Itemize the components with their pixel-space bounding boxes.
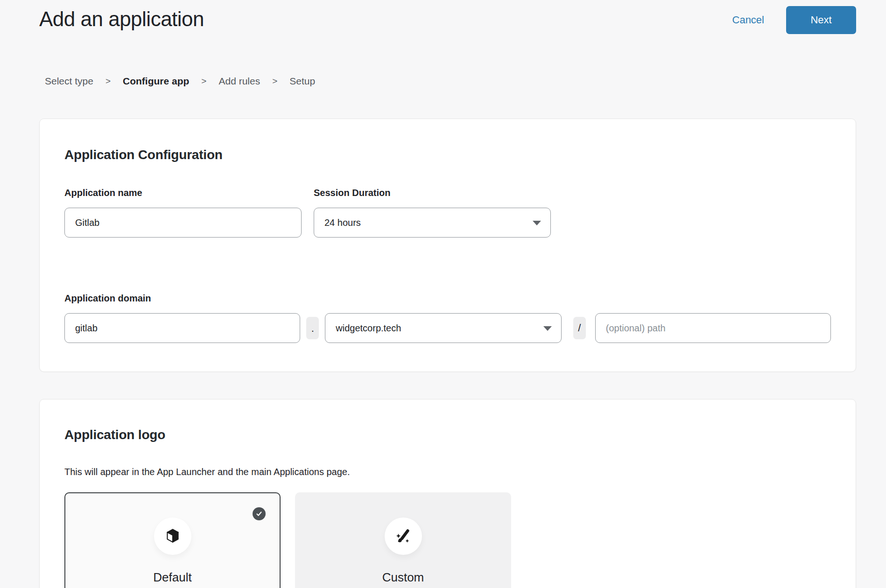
subdomain-input[interactable] xyxy=(64,313,300,343)
breadcrumb-separator: > xyxy=(201,75,206,88)
application-domain-label: Application domain xyxy=(64,293,831,304)
application-configuration-title: Application Configuration xyxy=(64,147,831,163)
application-logo-title: Application logo xyxy=(64,427,831,443)
session-duration-value: 24 hours xyxy=(324,217,361,228)
application-logo-card: Application logo This will appear in the… xyxy=(39,399,856,588)
chevron-down-icon xyxy=(543,326,552,331)
domain-dot-separator: . xyxy=(306,317,319,339)
application-logo-description: This will appear in the App Launcher and… xyxy=(64,466,831,477)
domain-select[interactable]: widgetcorp.tech xyxy=(325,313,561,343)
application-name-label: Application name xyxy=(64,187,302,198)
header-actions: Cancel Next xyxy=(732,6,856,34)
logo-option-default[interactable]: Default xyxy=(64,492,281,588)
name-session-row: Application name Session Duration 24 hou… xyxy=(64,187,831,238)
next-button[interactable]: Next xyxy=(786,6,856,34)
breadcrumb: Select type > Configure app > Add rules … xyxy=(45,75,886,88)
cube-icon xyxy=(163,526,183,546)
session-duration-label: Session Duration xyxy=(314,187,551,198)
check-icon xyxy=(255,510,263,518)
breadcrumb-separator: > xyxy=(105,75,111,88)
domain-slash-separator: / xyxy=(573,317,586,339)
breadcrumb-step-setup[interactable]: Setup xyxy=(289,75,315,88)
paintbrush-icon xyxy=(394,526,413,546)
breadcrumb-separator: > xyxy=(272,75,277,88)
breadcrumb-step-configure-app[interactable]: Configure app xyxy=(123,75,189,88)
breadcrumb-step-add-rules[interactable]: Add rules xyxy=(218,75,260,88)
cancel-button[interactable]: Cancel xyxy=(732,14,764,26)
path-input[interactable] xyxy=(595,313,831,343)
application-domain-row: . widgetcorp.tech / xyxy=(64,313,831,343)
page-header: Add an application Cancel Next xyxy=(0,0,886,38)
logo-option-custom[interactable]: Custom xyxy=(295,492,511,588)
application-name-input[interactable] xyxy=(64,208,302,238)
selected-check-badge xyxy=(253,507,266,520)
custom-logo-circle xyxy=(385,518,422,555)
logo-option-tiles: Default Custom xyxy=(64,492,831,588)
application-name-field-group: Application name xyxy=(64,187,302,238)
logo-option-label: Default xyxy=(153,570,191,585)
default-logo-circle xyxy=(154,518,191,555)
domain-select-value: widgetcorp.tech xyxy=(336,323,401,334)
breadcrumb-step-select-type[interactable]: Select type xyxy=(45,75,93,88)
logo-option-label: Custom xyxy=(382,570,424,585)
chevron-down-icon xyxy=(533,221,541,225)
session-duration-select[interactable]: 24 hours xyxy=(314,208,551,238)
session-duration-field-group: Session Duration 24 hours xyxy=(314,187,551,238)
application-configuration-card: Application Configuration Application na… xyxy=(39,119,856,372)
